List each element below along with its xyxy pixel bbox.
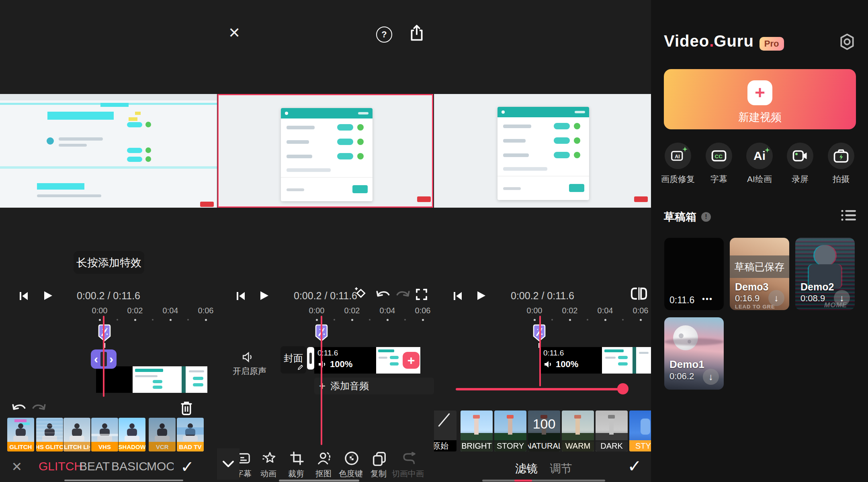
clip-thumbnails[interactable] [602,347,651,374]
download-icon[interactable] [768,290,784,306]
play-button[interactable] [474,289,487,302]
list-view-icon[interactable] [841,209,857,222]
close-effects-icon[interactable] [10,460,23,473]
feature-quality-repair-label[interactable]: 画质修复 [656,174,700,185]
tool-animation-icon[interactable] [262,451,277,466]
filter-strength-slider[interactable] [456,388,624,390]
effect-item-glitch[interactable]: GLITCH [7,418,34,451]
export-share-icon[interactable] [409,24,424,42]
cover-button[interactable]: 封面 [280,346,306,374]
tabs-scrollbar[interactable] [64,480,183,481]
effect-item-vcr[interactable]: VCR [149,418,176,451]
feature-subtitle-button[interactable]: CC [706,143,732,169]
playhead[interactable] [321,316,322,445]
filter-item-bright[interactable]: BRIGHT [461,411,493,451]
feature-ai-paint-label[interactable]: AI绘画 [737,174,782,185]
skip-start-button[interactable] [18,290,30,302]
confirm-filter-icon[interactable] [626,458,643,475]
tool-chromakey-icon[interactable] [344,451,359,466]
tab-basic[interactable]: BASIC [111,460,147,473]
tab-filter[interactable]: 滤镜 [515,461,538,476]
fx-figure [18,423,23,429]
effect-item-vhs[interactable]: VHS [91,418,118,451]
tool-crop-icon[interactable] [289,451,305,466]
tab-beat[interactable]: BEAT [79,460,110,473]
filter-item-original[interactable]: 原始 [434,411,457,451]
trim-left-icon[interactable] [92,351,100,367]
effect-item-glitch-li[interactable]: GLITCH LI··· [63,418,90,451]
redo-button[interactable] [31,402,47,414]
tab-glitch[interactable]: GLITCH [39,460,83,473]
effect-item-shadow[interactable]: SHADOW [119,418,145,451]
feature-subtitle-label[interactable]: 字幕 [697,174,741,185]
add-audio-row[interactable]: 添加音频 [314,378,434,394]
trim-right-icon[interactable] [108,351,115,367]
filter-item-dark[interactable]: DARK [596,411,628,451]
undo-icon[interactable] [375,288,391,300]
clip-black-segment[interactable] [96,366,133,393]
info-icon[interactable] [701,212,711,222]
filter-item-natural-selected[interactable]: 100 NATURAL [528,411,560,451]
clip-info-segment[interactable]: 0:11.6 100% [314,347,376,374]
draft-card-current[interactable]: 0:11.6 [664,238,724,310]
playhead[interactable] [103,316,104,397]
skip-start-button[interactable] [235,290,247,302]
tool-pip-label[interactable]: 切画中画 [390,468,426,479]
tool-duplicate-icon[interactable] [372,451,387,466]
effect-item-bad-tv[interactable]: BAD TV [177,418,204,451]
close-project-icon[interactable] [227,26,242,40]
redo-icon[interactable] [395,288,411,300]
clip-thumbnails[interactable] [376,347,402,374]
clip-info-segment[interactable]: 0:11.6 100% [540,347,602,374]
settings-icon[interactable] [838,33,856,51]
video-preview[interactable] [434,94,651,208]
collapse-toolbar-button[interactable] [217,448,240,480]
tab-adjust[interactable]: 调节 [550,461,572,476]
mock-pill [554,123,570,129]
keyframe-icon[interactable] [354,286,368,300]
add-clip-button[interactable] [403,352,420,369]
filter-item-story[interactable]: STORY [494,411,526,451]
draft-card-demo1[interactable]: Demo1 0:06.2 [664,317,724,390]
filter-item-stylish[interactable]: STYL [629,411,651,451]
tool-cutout-icon[interactable] [317,451,332,466]
feature-shoot-button[interactable] [828,143,854,169]
draft-menu-icon[interactable] [702,295,713,303]
help-icon[interactable] [376,27,392,43]
feature-screen-record-label[interactable]: 录屏 [778,174,822,185]
original-sound-icon[interactable] [241,350,255,364]
feature-ai-paint-button[interactable]: Ai [746,143,773,169]
compare-before-after-icon[interactable] [630,287,648,300]
playhead[interactable] [539,316,541,386]
effect-item-vhs-glitch[interactable]: VHS GLITCH [36,418,63,451]
filter-item-warm[interactable]: WARM [562,411,594,451]
feature-quality-repair-button[interactable]: AI [665,143,691,169]
tool-pip-icon[interactable] [401,451,416,466]
filter-scrollbar[interactable] [482,480,605,482]
draft-card-demo2[interactable]: Demo2 0:08.9 MOME [795,238,855,310]
undo-button[interactable] [11,402,27,414]
clip-left-handle[interactable] [307,347,314,370]
slider-knob[interactable] [617,383,628,394]
clip-thumbnails[interactable] [133,366,207,393]
download-icon[interactable] [703,369,719,385]
toolbar-scrollbar[interactable] [279,480,359,482]
download-icon[interactable] [834,290,850,306]
ruler-dot [387,319,389,321]
tab-mood[interactable]: MOOD [147,460,174,473]
delete-effect-button[interactable] [179,400,194,416]
effect-marker[interactable] [96,324,113,342]
filter-scrollbar-thumb[interactable] [514,480,532,482]
play-button[interactable] [41,289,54,302]
skip-start-button[interactable] [452,290,464,302]
video-preview-glitch[interactable] [0,94,217,208]
original-sound-label[interactable]: 开启原声 [227,366,272,377]
play-button[interactable] [257,289,270,302]
video-preview-selected[interactable] [217,94,433,208]
feature-screen-record-button[interactable] [787,143,813,169]
new-video-button[interactable]: 新建视频 [664,69,856,129]
feature-shoot-label[interactable]: 拍摄 [819,174,863,185]
draft-card-demo3[interactable]: 草稿已保存 Demo3 0:16.9 LEAD TO GRE [730,238,789,310]
confirm-effects-icon[interactable] [179,459,195,475]
fullscreen-icon[interactable] [415,288,428,301]
